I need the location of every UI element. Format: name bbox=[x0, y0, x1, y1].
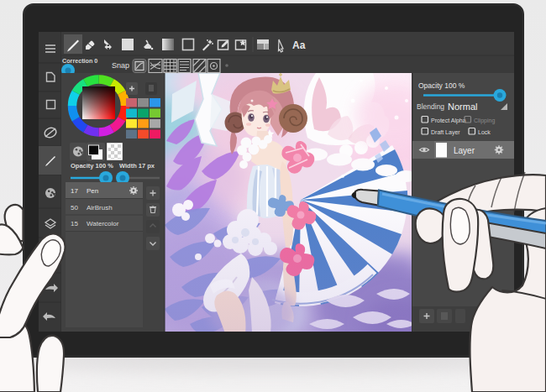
svg-text:Clipping: Clipping bbox=[474, 118, 495, 124]
svg-text:Correction 0: Correction 0 bbox=[62, 57, 97, 65]
svg-text:Aa: Aa bbox=[292, 39, 306, 51]
svg-text:17: 17 bbox=[71, 187, 78, 195]
svg-text:Snap: Snap bbox=[112, 61, 129, 70]
svg-text:Normal: Normal bbox=[448, 102, 477, 112]
svg-text:Width 17 px: Width 17 px bbox=[119, 162, 155, 170]
svg-text:Blending: Blending bbox=[417, 102, 444, 111]
svg-text:AirBrush: AirBrush bbox=[87, 204, 113, 212]
svg-text:Protect Alpha: Protect Alpha bbox=[431, 118, 466, 124]
svg-text:Opacity 100 %: Opacity 100 % bbox=[418, 81, 465, 90]
svg-text:Opacity 100 %: Opacity 100 % bbox=[71, 162, 113, 170]
svg-text:Layer: Layer bbox=[454, 146, 475, 155]
svg-text:Pen: Pen bbox=[87, 187, 98, 195]
svg-text:15: 15 bbox=[71, 220, 78, 227]
svg-text:50: 50 bbox=[71, 204, 78, 212]
svg-text:Lock: Lock bbox=[478, 129, 491, 135]
svg-text:Watercolor: Watercolor bbox=[87, 220, 119, 227]
svg-text:Draft Layer: Draft Layer bbox=[431, 129, 460, 136]
